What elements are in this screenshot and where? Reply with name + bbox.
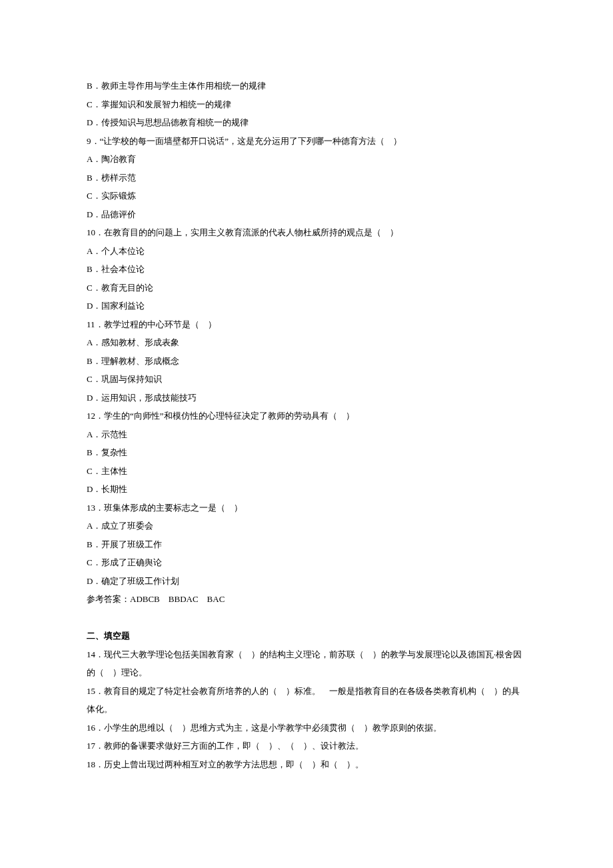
option-text: A．个人本位论	[87, 242, 526, 261]
option-text: D．传授知识与思想品德教育相统一的规律	[87, 113, 526, 132]
question-text: 13．班集体形成的主要标志之一是（ ）	[87, 499, 526, 517]
option-text: C．巩固与保持知识	[87, 370, 526, 389]
option-text: B．榜样示范	[87, 169, 526, 187]
option-text: D．品德评价	[87, 205, 526, 224]
question-text: 12．学生的“向师性”和模仿性的心理特征决定了教师的劳动具有（ ）	[87, 407, 526, 425]
option-text: B．社会本位论	[87, 260, 526, 279]
fill-blank-question: 16．小学生的思维以（ ）思维方式为主，这是小学教学中必须贯彻（ ）教学原则的依…	[87, 719, 526, 737]
option-text: A．示范性	[87, 425, 526, 444]
option-text: B．开展了班级工作	[87, 535, 526, 554]
fill-blank-question: 14．现代三大教学理论包括美国教育家（ ）的结构主义理论，前苏联（ ）的教学与发…	[87, 645, 526, 682]
answer-key: 参考答案：ADBCB BBDAC BAC	[87, 590, 526, 609]
option-text: C．掌握知识和发展智力相统一的规律	[87, 95, 526, 114]
option-text: D．长期性	[87, 480, 526, 499]
option-text: B．教师主导作用与学生主体作用相统一的规律	[87, 77, 526, 95]
option-text: A．感知教材、形成表象	[87, 333, 526, 352]
fill-blank-question: 15．教育目的规定了特定社会教育所培养的人的（ ）标准。 一般是指教育目的在各级…	[87, 682, 526, 719]
fill-blank-question: 18．历史上曾出现过两种相互对立的教学方法思想，即（ ）和（ ）。	[87, 755, 526, 774]
option-text: C．实际锻炼	[87, 187, 526, 205]
option-text: B．理解教材、形成概念	[87, 352, 526, 371]
option-text: C．教育无目的论	[87, 279, 526, 297]
question-text: 10．在教育目的的问题上，实用主义教育流派的代表人物杜威所持的观点是（ ）	[87, 223, 526, 242]
option-text: D．运用知识，形成技能技巧	[87, 389, 526, 407]
question-text: 9．“让学校的每一面墙壁都开口说话”，这是充分运用了下列哪一种德育方法（ ）	[87, 132, 526, 151]
option-text: B．复杂性	[87, 443, 526, 462]
option-text: A．成立了班委会	[87, 517, 526, 535]
question-text: 11．教学过程的中心环节是（ ）	[87, 315, 526, 334]
option-text: A．陶冶教育	[87, 150, 526, 169]
option-text: C．形成了正确舆论	[87, 553, 526, 572]
section-header: 二、填空题	[87, 627, 526, 645]
fill-blank-question: 17．教师的备课要求做好三方面的工作，即（ ）、（ ）、设计教法。	[87, 737, 526, 755]
option-text: D．确定了班级工作计划	[87, 572, 526, 591]
document-page: B．教师主导作用与学生主体作用相统一的规律 C．掌握知识和发展智力相统一的规律 …	[0, 0, 613, 868]
option-text: C．主体性	[87, 462, 526, 481]
option-text: D．国家利益论	[87, 297, 526, 315]
